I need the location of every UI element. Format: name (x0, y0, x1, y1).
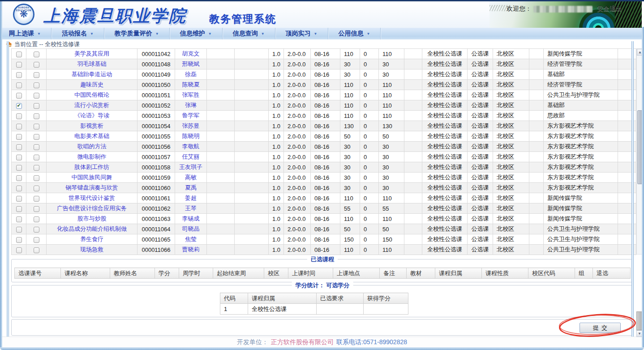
select-checkbox[interactable] (16, 134, 22, 140)
secondary-checkbox[interactable] (34, 196, 39, 202)
select-checkbox[interactable] (16, 216, 22, 222)
course-name-link[interactable]: 电影美术基础 (74, 133, 109, 139)
course-name-link[interactable]: 趣味历史 (80, 81, 103, 88)
select-checkbox[interactable] (16, 124, 22, 130)
teacher-name-link[interactable]: 徐磊 (185, 71, 197, 78)
nav-item-3[interactable]: 信息维护▼ (170, 28, 223, 39)
teacher-name-link[interactable]: 任艾丽 (182, 153, 200, 160)
empty-cell (529, 90, 544, 100)
course-name-link[interactable]: 歌唱的方法 (77, 143, 107, 150)
secondary-checkbox[interactable] (34, 82, 39, 88)
teacher-name-link[interactable]: 夏禹 (185, 184, 197, 191)
select-checkbox[interactable] (16, 93, 22, 99)
select-checkbox[interactable] (16, 113, 22, 119)
nav-item-4[interactable]: 信息查询▼ (223, 28, 275, 39)
empty-cell (529, 152, 544, 162)
nav-item-0[interactable]: 网上选课▼ (2, 28, 52, 39)
teacher-name-link[interactable]: 曹晓莉 (182, 246, 200, 253)
select-checkbox[interactable] (16, 196, 22, 202)
course-name-link[interactable]: 基础跆拳道运动 (72, 71, 112, 78)
selected-col-header: 起始结束周 (213, 268, 264, 279)
course-name-link[interactable]: 羽毛球基础 (77, 60, 107, 67)
course-name-link[interactable]: 影视赏析 (80, 122, 103, 129)
secondary-checkbox[interactable] (34, 62, 39, 68)
teacher-name-link[interactable]: 李敬航 (182, 143, 200, 150)
teacher-name-link[interactable]: 邢晓斌 (182, 60, 200, 67)
course-name-link[interactable]: 养生食疗 (80, 236, 103, 242)
empty-cell (235, 49, 269, 59)
course-name-link[interactable]: 《论语》导读 (74, 112, 109, 119)
course-name-link[interactable]: 广告创意设计综合应用实务 (57, 205, 127, 212)
teacher-name-link[interactable]: 张琳 (185, 102, 197, 108)
course-name-link[interactable]: 世界现代设计鉴赏 (69, 194, 115, 201)
course-name-link[interactable]: 股市与炒股 (77, 215, 107, 222)
course-name-link[interactable]: 流行小说赏析 (74, 102, 109, 108)
table-row: 《论语》导读 000011053 鲁学军 1.0 2.0-0.0 08-16 1… (12, 111, 636, 121)
select-checkbox[interactable] (16, 52, 22, 57)
course-name-link[interactable]: 微电影制作 (77, 153, 107, 160)
course-name-link[interactable]: 肢体剧工作坊 (74, 164, 109, 170)
secondary-checkbox[interactable] (34, 72, 39, 78)
secondary-checkbox[interactable] (34, 206, 39, 212)
secondary-checkbox[interactable] (34, 247, 39, 253)
course-name-link[interactable]: 现场急救 (80, 246, 103, 253)
teacher-name-link[interactable]: 陈晓夏 (182, 81, 200, 88)
empty-cell (235, 152, 269, 162)
teacher-name-link[interactable]: 司晓晶 (182, 225, 200, 232)
secondary-checkbox[interactable] (34, 237, 39, 243)
secondary-checkbox[interactable] (34, 134, 39, 140)
course-name-link[interactable]: 美学及其应用 (74, 50, 109, 57)
teacher-name-link[interactable]: 张军胜 (182, 91, 200, 98)
secondary-checkbox[interactable] (34, 52, 39, 57)
teacher-name-link[interactable]: 李锡成 (182, 215, 200, 222)
teacher-name-link[interactable]: 焦莹 (185, 236, 197, 242)
teacher-name-link[interactable]: 高敏 (185, 174, 197, 181)
course-code: 000011060 (137, 183, 175, 193)
secondary-checkbox[interactable] (34, 175, 39, 181)
teacher-name-link[interactable]: 鲁学军 (182, 112, 200, 119)
course-name-link[interactable]: 钢琴键盘演奏与欣赏 (66, 184, 118, 191)
select-checkbox[interactable] (16, 72, 22, 78)
select-checkbox[interactable] (16, 175, 22, 181)
logout-link[interactable]: 安全退出 (597, 5, 622, 13)
select-checkbox[interactable] (16, 227, 22, 233)
teacher-name-link[interactable]: 张苏昱 (182, 122, 200, 129)
teacher-name-link[interactable]: 王琴 (185, 205, 197, 212)
nav-item-1[interactable]: 活动报名▼ (52, 28, 104, 39)
teacher-name-link[interactable]: 王友琪子 (179, 164, 202, 170)
course-name-link[interactable]: 中国民俗概论 (74, 91, 109, 98)
secondary-checkbox[interactable] (34, 227, 39, 233)
teacher-name-link[interactable]: 姜超 (185, 194, 197, 201)
teacher-name-link[interactable]: 陈晓明 (182, 133, 200, 139)
empty-cell (235, 59, 269, 69)
course-name-link[interactable]: 中国民族民间舞 (72, 174, 112, 181)
select-checkbox[interactable] (16, 144, 22, 150)
submit-button[interactable]: 提交 (580, 323, 621, 333)
nav-item-5[interactable]: 顶岗实习▼ (275, 28, 328, 39)
secondary-checkbox[interactable] (34, 124, 39, 130)
secondary-checkbox[interactable] (34, 186, 39, 191)
secondary-checkbox[interactable] (34, 103, 39, 109)
empty-cell (404, 142, 422, 152)
teacher-name-link[interactable]: 胡克文 (182, 50, 200, 57)
select-checkbox[interactable] (16, 82, 22, 88)
secondary-checkbox[interactable] (34, 144, 39, 150)
select-checkbox[interactable] (16, 186, 22, 191)
empty-cell (404, 193, 422, 203)
nav-item-2[interactable]: 教学质量评价▼ (104, 28, 170, 39)
secondary-checkbox[interactable] (34, 155, 39, 160)
select-checkbox[interactable] (16, 103, 22, 109)
select-checkbox[interactable] (16, 247, 22, 253)
select-checkbox[interactable] (16, 155, 22, 160)
secondary-checkbox[interactable] (34, 113, 39, 119)
course-week_hours: 2.0-0.0 (284, 162, 311, 173)
nav-item-6[interactable]: 公用信息▼ (328, 28, 381, 39)
select-checkbox[interactable] (16, 237, 22, 243)
secondary-checkbox[interactable] (34, 216, 39, 222)
secondary-checkbox[interactable] (34, 93, 39, 99)
select-checkbox[interactable] (16, 206, 22, 212)
select-checkbox[interactable] (16, 62, 22, 68)
secondary-checkbox[interactable] (34, 165, 39, 171)
select-checkbox[interactable] (16, 165, 22, 171)
course-name-link[interactable]: 化妆品成分功能介绍机制做 (57, 225, 127, 232)
